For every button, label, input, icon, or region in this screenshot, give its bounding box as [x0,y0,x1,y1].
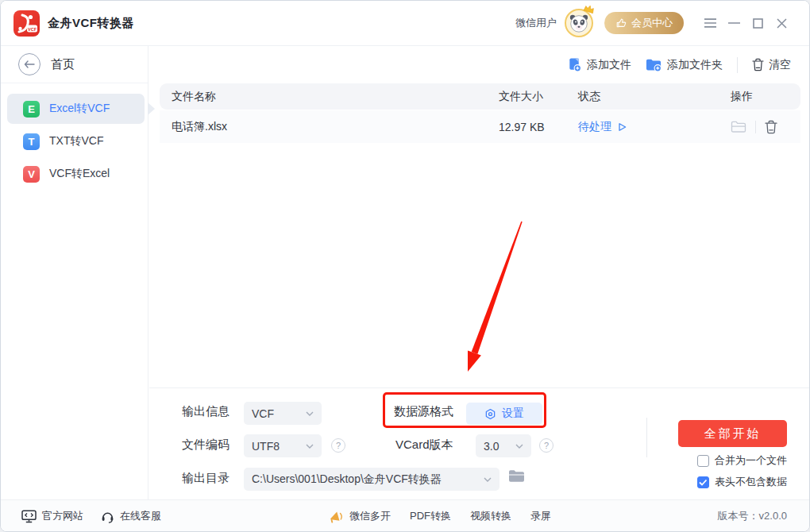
file-name: 电话簿.xlsx [172,120,499,134]
merge-checkbox-label: 合并为一个文件 [715,453,787,468]
sidebar-item-label: Excel转VCF [49,102,110,116]
chevron-down-icon [306,411,314,416]
trash-icon [752,58,764,71]
add-file-label: 添加文件 [587,58,631,72]
sidebar-item-vcf-to-excel[interactable]: V VCF转Excel [7,159,145,189]
thumb-up-icon [615,17,627,29]
toolbar-divider [737,57,738,73]
avatar[interactable] [565,9,593,37]
horn-icon [328,510,344,523]
official-site-label: 官方网站 [42,509,83,523]
app-title: 金舟VCF转换器 [48,16,134,31]
maximize-icon[interactable] [746,11,770,35]
add-folder-button[interactable]: 添加文件夹 [646,58,723,72]
sidebar-item-home[interactable]: 首页 [1,46,148,83]
online-service-label: 在线客服 [120,509,161,523]
panda-icon [568,12,590,34]
video-convert-link[interactable]: 视频转换 [470,509,511,523]
gear-icon [484,408,496,420]
vcard-value: 3.0 [484,440,499,453]
screen-record-link[interactable]: 录屏 [530,509,551,523]
start-all-button[interactable]: 全部开始 [678,420,787,447]
video-convert-label: 视频转换 [470,509,511,523]
excel-badge-icon: E [23,101,40,118]
headset-icon [101,510,114,523]
clear-label: 清空 [769,58,791,72]
merge-checkbox-row[interactable]: 合并为一个文件 [697,453,787,468]
output-dir-label: 输出目录 [182,471,230,486]
title-bar: VCF 金舟VCF转换器 微信用户 [1,1,809,46]
header-checkbox-label: 表头不包含数据 [715,475,787,489]
output-dir-select[interactable]: C:\Users\001\Desktop\金舟VCF转换器 [244,468,499,491]
pdf-convert-label: PDF转换 [410,509,451,523]
settings-divider [646,418,647,457]
operation-divider [755,121,756,133]
encoding-help-icon[interactable]: ? [331,438,345,453]
column-file-name: 文件名称 [172,90,499,104]
add-folder-icon [646,58,662,72]
online-service-link[interactable]: 在线客服 [101,509,161,523]
file-toolbar: 添加文件 添加文件夹 清空 [149,46,810,83]
user-name[interactable]: 微信用户 [515,16,557,30]
vcf-badge-icon: V [23,166,40,183]
wechat-multi-link[interactable]: 微信多开 [328,509,391,523]
browse-folder-icon[interactable] [508,469,526,484]
encoding-select[interactable]: UTF8 [244,434,322,457]
close-icon[interactable] [770,11,793,35]
datasource-settings-button[interactable]: 设置 [466,403,542,425]
vcard-select[interactable]: 3.0 [476,434,531,457]
wechat-multi-label: 微信多开 [349,509,391,523]
column-file-size: 文件大小 [499,90,578,104]
menu-icon[interactable] [698,11,722,35]
clear-button[interactable]: 清空 [752,58,791,72]
open-folder-icon[interactable] [731,121,746,133]
chevron-down-icon [484,477,492,482]
table-header: 文件名称 文件大小 状态 操作 [160,83,800,110]
merge-checkbox[interactable] [697,455,709,467]
sidebar-item-txt-to-vcf[interactable]: T TXT转VCF [7,126,145,156]
output-dir-value: C:\Users\001\Desktop\金舟VCF转换器 [252,472,442,487]
monitor-icon [21,510,37,523]
member-center-label: 会员中心 [631,16,673,30]
add-file-button[interactable]: 添加文件 [567,57,631,72]
column-status: 状态 [578,90,731,104]
check-icon [699,479,708,486]
back-arrow-icon[interactable] [18,53,40,75]
sidebar: 首页 E Excel转VCF T TXT转VCF V VCF转Excel [1,46,148,501]
status-badge: 待处理 [578,120,611,134]
app-logo-icon: VCF [14,10,40,37]
delete-file-icon[interactable] [765,120,777,134]
output-info-label: 输出信息 [182,404,230,419]
vcard-help-icon[interactable]: ? [539,438,554,453]
add-file-icon [567,57,582,72]
chevron-down-icon [306,444,314,449]
add-folder-label: 添加文件夹 [667,58,723,72]
active-notch [148,102,155,115]
member-center-button[interactable]: 会员中心 [604,12,684,34]
svg-text:VCF: VCF [28,26,37,31]
chevron-down-icon [515,444,523,449]
version-text: 版本号：v2.0.0 [718,500,787,532]
home-label: 首页 [51,57,75,72]
vcard-label: VCard版本 [395,438,453,453]
minimize-icon[interactable] [722,11,746,35]
settings-button-label: 设置 [502,407,524,421]
encoding-value: UTF8 [252,440,280,453]
official-site-link[interactable]: 官方网站 [21,509,83,523]
header-checkbox[interactable] [697,476,709,488]
output-info-select[interactable]: VCF [244,402,322,425]
table-row[interactable]: 电话簿.xlsx 12.97 KB 待处理 [160,110,800,143]
file-size: 12.97 KB [499,121,578,133]
main-content: 添加文件 添加文件夹 清空 文件名称 文件大小 状态 [149,46,810,501]
txt-badge-icon: T [23,133,40,150]
footer: 官方网站 在线客服 微信多开 [1,499,809,531]
sidebar-item-label: VCF转Excel [49,167,110,181]
output-info-value: VCF [252,407,274,420]
sidebar-item-excel-to-vcf[interactable]: E Excel转VCF [7,94,145,124]
header-checkbox-row[interactable]: 表头不包含数据 [697,475,787,489]
pdf-convert-link[interactable]: PDF转换 [410,509,451,523]
screen-record-label: 录屏 [530,509,551,523]
panel-divider [149,387,810,388]
app-window: VCF 金舟VCF转换器 微信用户 [0,0,810,532]
play-icon[interactable] [618,122,627,132]
